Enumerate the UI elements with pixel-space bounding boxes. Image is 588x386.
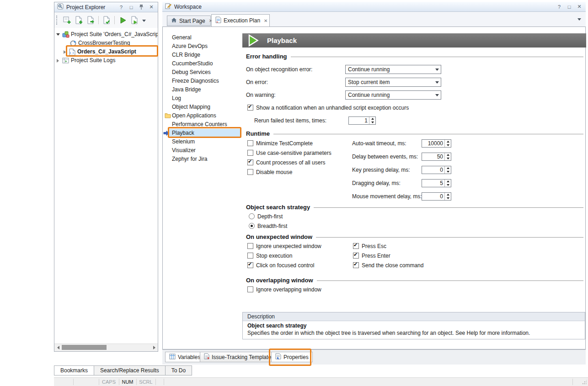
press-esc-checkbox[interactable] (353, 243, 359, 249)
options-item-clr-bridge[interactable]: CLR Bridge (163, 51, 241, 59)
tree-row-logs[interactable]: Project Suite Logs (54, 56, 158, 65)
options-item-visualizer[interactable]: Visualizer (163, 146, 241, 155)
delay-label: Dragging delay, ms: (352, 179, 401, 188)
key-pressing-delay-spinner[interactable]: 0 (422, 166, 451, 174)
count-processes-checkbox[interactable] (247, 159, 253, 165)
tab-execution-plan[interactable]: Execution Plan ✕ (211, 14, 270, 26)
open-file-button[interactable] (85, 14, 96, 26)
spinner-arrows[interactable] (444, 193, 451, 200)
pin-icon[interactable] (138, 4, 145, 11)
add-project-suite-button[interactable] (61, 14, 73, 26)
tab-search-replace-results[interactable]: Search/Replace Results (94, 365, 166, 375)
options-item-open-applications[interactable]: Open Applications (163, 111, 241, 120)
tree-label-project[interactable]: Orders_C#_JavaScript (77, 48, 136, 56)
spin-up-icon (445, 166, 451, 170)
delay-between-events-spinner[interactable]: 50 (422, 153, 451, 161)
close-button[interactable]: ✕ (148, 4, 155, 11)
scrollbar-thumb[interactable] (62, 345, 107, 350)
scroll-right-icon[interactable] (150, 344, 158, 351)
spinner-arrows[interactable] (369, 117, 375, 124)
on-error-combobox[interactable]: Stop current item (345, 78, 441, 87)
spinner-value: 0 (440, 193, 443, 200)
horizontal-scrollbar[interactable] (54, 344, 158, 351)
options-item-java-bridge[interactable]: Java Bridge (163, 85, 241, 94)
tab-bookmarks[interactable]: Bookmarks (54, 365, 94, 375)
expand-arrow-icon[interactable] (57, 59, 59, 63)
workspace-panel: Workspace ? □ ✕ Start Page ✕ Execution P… (162, 2, 587, 364)
spinner-arrows[interactable] (444, 153, 451, 160)
dragging-delay-spinner[interactable]: 5 (422, 179, 451, 187)
tab-issue-tracking-templates[interactable]: Issue-Tracking Templates (200, 352, 278, 362)
tree-row-crossbrowsertesting[interactable]: CrossBrowserTesting (54, 39, 158, 48)
toolbar-grip[interactable] (56, 16, 59, 25)
stop-execution-checkbox[interactable] (247, 253, 253, 259)
maximize-button[interactable]: □ (566, 3, 573, 11)
add-new-item-button[interactable] (73, 14, 85, 26)
click-on-focused-control-checkbox[interactable] (247, 262, 253, 268)
close-tab-icon[interactable]: ✕ (264, 18, 267, 23)
tree-label-logs[interactable]: Project Suite Logs (71, 56, 115, 65)
toolbar-overflow-dropdown[interactable] (142, 20, 146, 24)
spin-up-icon (445, 140, 451, 143)
press-enter-checkbox[interactable] (353, 253, 359, 259)
run-project-button[interactable] (117, 14, 128, 26)
mouse-movement-delay-spinner[interactable]: 0 (422, 192, 451, 201)
case-sensitive-parameters-checkbox[interactable] (247, 150, 253, 156)
scroll-left-icon[interactable] (54, 344, 62, 351)
notification-checkbox[interactable] (247, 105, 253, 111)
close-button[interactable]: ✕ (576, 3, 583, 11)
combo-value: Continue running (348, 65, 390, 74)
tab-variables[interactable]: Variables (165, 352, 204, 362)
resize-grip[interactable] (582, 380, 587, 385)
options-item-zephyr-for-jira[interactable]: Zephyr for Jira (163, 155, 241, 164)
on-object-recognition-error-combobox[interactable]: Continue running (345, 65, 441, 74)
spin-down-icon (445, 143, 451, 147)
options-item-freeze-diagnostics[interactable]: Freeze Diagnostics (163, 77, 241, 85)
options-item-object-mapping[interactable]: Object Mapping (163, 103, 241, 111)
play-icon (248, 34, 259, 48)
tab-start-page[interactable]: Start Page ✕ (167, 16, 211, 26)
options-item-log[interactable]: Log (163, 94, 241, 103)
expand-arrow-icon[interactable] (64, 50, 66, 54)
tab-properties[interactable]: Properties (271, 352, 313, 362)
collapse-arrow-icon[interactable] (56, 33, 60, 36)
depth-first-radio[interactable] (249, 213, 255, 219)
spinner-arrows[interactable] (444, 166, 451, 174)
tree-label-project-suite[interactable]: Project Suite 'Orders_C#_JavaScript' (1 (71, 30, 158, 39)
spinner-arrows[interactable] (444, 180, 451, 187)
options-item-cucumberstudio[interactable]: CucumberStudio (163, 59, 241, 68)
ignore-overlapping-window-checkbox[interactable] (247, 286, 253, 292)
options-item-general[interactable]: General (163, 33, 241, 42)
rerun-label: Rerun failed test items, times: (254, 116, 326, 125)
maximize-button[interactable]: □ (128, 4, 135, 11)
on-warning-combobox[interactable]: Continue running (345, 90, 441, 100)
chevron-down-icon[interactable] (433, 65, 441, 74)
tree-row-project[interactable]: Orders_C#_JavaScript (54, 48, 158, 56)
checkbox-label: Send the close command (362, 261, 423, 270)
tab-to-do[interactable]: To Do (165, 365, 192, 375)
help-button[interactable]: ? (556, 3, 563, 11)
tab-label: Properties (283, 354, 309, 360)
run-project-item-button[interactable] (128, 14, 140, 26)
options-item-azure-devops[interactable]: Azure DevOps (163, 42, 241, 51)
radio-label: Depth-first (257, 212, 283, 221)
options-item-debug-services[interactable]: Debug Services (163, 68, 241, 77)
breadth-first-radio[interactable] (249, 223, 255, 229)
disable-mouse-checkbox[interactable] (247, 169, 253, 175)
rerun-count-spinner[interactable]: 1 (348, 116, 376, 125)
tab-list-dropdown[interactable] (577, 18, 581, 22)
spinner-arrows[interactable] (444, 140, 451, 147)
ignore-unexpected-window-checkbox[interactable] (247, 243, 253, 249)
minimize-testcomplete-checkbox[interactable] (247, 140, 253, 146)
tree-label-crossbrowsertesting[interactable]: CrossBrowserTesting (78, 39, 130, 48)
chevron-down-icon[interactable] (433, 91, 441, 99)
options-item-playback[interactable]: Playback (169, 129, 241, 137)
add-existing-item-button[interactable] (101, 14, 112, 26)
chevron-down-icon[interactable] (433, 78, 441, 86)
auto-wait-timeout-spinner[interactable]: 10000 (422, 139, 451, 148)
options-item-performance-counters[interactable]: Performance Counters (163, 120, 241, 129)
send-close-command-checkbox[interactable] (353, 262, 359, 268)
help-button[interactable]: ? (118, 4, 125, 11)
options-item-selenium[interactable]: Selenium (163, 137, 241, 146)
tree-row-project-suite[interactable]: Project Suite 'Orders_C#_JavaScript' (1 (54, 30, 158, 39)
